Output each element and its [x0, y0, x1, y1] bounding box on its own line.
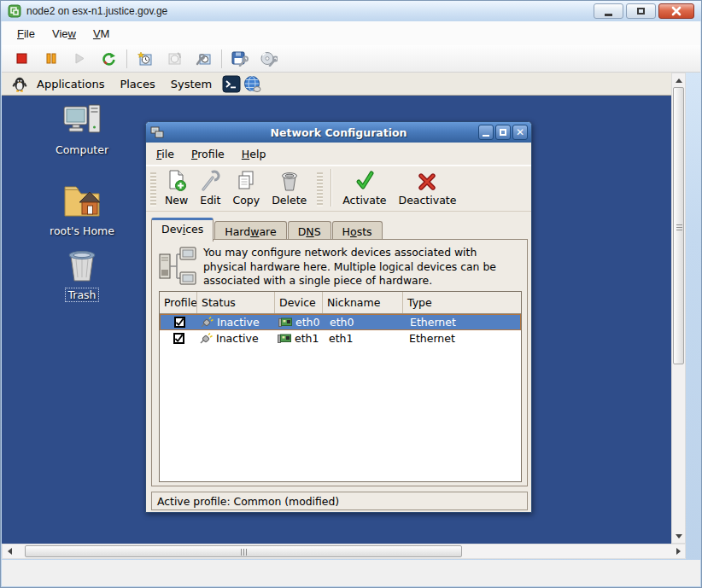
desktop-icon-roots-home[interactable]: root's Home — [46, 182, 118, 237]
profile-checkbox[interactable] — [174, 317, 185, 328]
netconf-menu-file[interactable]: File — [149, 144, 181, 164]
column-header-nickname[interactable]: Nickname — [323, 292, 403, 313]
vmware-toolbar — [2, 45, 700, 73]
check-icon — [175, 317, 184, 327]
desktop-icon-trash[interactable]: Trash — [46, 247, 118, 301]
home-folder-icon — [61, 182, 102, 219]
vmware-menu-file[interactable]: File — [9, 24, 44, 44]
nickname-value: eth1 — [323, 332, 403, 345]
arrow-right-icon — [676, 548, 681, 555]
suspend-button[interactable] — [36, 49, 65, 69]
vmware-console-window: node2 on esx-n1.justice.gov.ge File View… — [0, 0, 702, 588]
thumb-grip — [241, 549, 248, 556]
guest-screen: Applications Places System — [2, 73, 671, 544]
power-on-button[interactable] — [65, 49, 94, 69]
desktop-icon-label: Trash — [66, 288, 97, 301]
device-value: eth1 — [295, 332, 319, 345]
column-header-profile[interactable]: Profile — [160, 292, 197, 313]
delete-button-label: Delete — [272, 194, 307, 207]
desktop: Computer root's Home — [2, 96, 671, 544]
edit-icon — [200, 170, 220, 192]
delete-icon — [279, 170, 300, 192]
new-button[interactable]: New — [159, 168, 194, 208]
revert-snapshot-icon — [167, 51, 183, 67]
vertical-scrollbar[interactable] — [671, 73, 686, 544]
inactive-plug-icon — [200, 333, 213, 344]
reset-icon — [102, 52, 116, 66]
netconf-window-title: Network Configuration — [146, 126, 531, 139]
device-value: eth0 — [295, 316, 319, 329]
desktop-icon-label: Computer — [54, 143, 110, 156]
column-header-status[interactable]: Status — [197, 292, 275, 313]
status-value: Inactive — [216, 332, 259, 345]
distro-menu-icon[interactable] — [10, 75, 29, 93]
manage-floppy-button[interactable] — [225, 49, 254, 69]
vertical-scrollbar-thumb[interactable] — [673, 87, 684, 364]
netconf-tabs: Devices Hardware DNS Hosts — [151, 217, 383, 241]
panel-menu-places[interactable]: Places — [112, 74, 162, 94]
netconf-maximize-button[interactable] — [495, 125, 511, 140]
web-browser-icon[interactable] — [243, 75, 262, 93]
snapshot-manager-button[interactable] — [189, 49, 218, 69]
vmware-titlebar[interactable]: node2 on esx-n1.justice.gov.ge — [1, 1, 701, 21]
vmware-menu-view[interactable]: View — [44, 24, 85, 44]
delete-button[interactable]: Delete — [266, 168, 313, 208]
type-value: Ethernet — [404, 316, 520, 329]
toolbar-separator — [126, 49, 127, 68]
revert-snapshot-button[interactable] — [160, 49, 189, 69]
scroll-right-button[interactable] — [671, 544, 685, 558]
table-row-eth1[interactable]: Inactive eth1 e — [160, 330, 521, 346]
close-button[interactable] — [658, 3, 694, 19]
power-off-icon — [16, 53, 27, 64]
close-icon — [671, 6, 682, 16]
netconf-menubar: File Profile Help — [146, 143, 531, 166]
nickname-value: eth0 — [324, 316, 404, 329]
devices-info-text: You may configure network devices associ… — [203, 246, 516, 288]
netconf-menu-profile[interactable]: Profile — [184, 144, 231, 164]
manage-cd-icon — [260, 51, 278, 67]
vmware-menubar: File View VM — [2, 21, 700, 45]
reset-button[interactable] — [94, 49, 123, 69]
copy-button[interactable]: Copy — [226, 168, 266, 208]
snapshot-manager-icon — [196, 51, 212, 67]
panel-menu-system[interactable]: System — [163, 74, 219, 94]
tab-devices[interactable]: Devices — [151, 218, 214, 242]
take-snapshot-button[interactable] — [131, 49, 160, 69]
maximize-button[interactable] — [626, 3, 656, 19]
edit-button[interactable]: Edit — [194, 168, 226, 208]
new-button-label: New — [165, 194, 188, 207]
table-row-eth0[interactable]: Inactive eth0 e — [160, 314, 521, 330]
ethernet-card-icon — [278, 334, 291, 344]
horizontal-scrollbar[interactable] — [2, 544, 686, 559]
manage-cd-button[interactable] — [254, 49, 284, 69]
scroll-down-button[interactable] — [672, 529, 685, 543]
toolbar-drag-handle[interactable] — [317, 172, 323, 207]
toolbar-drag-handle[interactable] — [150, 172, 156, 207]
take-snapshot-icon — [137, 51, 154, 67]
netconf-menu-help[interactable]: Help — [235, 144, 273, 164]
horizontal-scrollbar-thumb[interactable] — [25, 545, 462, 557]
panel-menu-applications[interactable]: Applications — [29, 74, 112, 94]
arrow-left-icon — [8, 548, 12, 555]
maximize-icon — [500, 129, 506, 136]
netconf-titlebar[interactable]: Network Configuration ✕ — [146, 122, 531, 143]
terminal-icon[interactable] — [222, 75, 241, 93]
vmware-menu-vm[interactable]: VM — [85, 24, 119, 44]
scroll-left-button[interactable] — [3, 544, 16, 558]
netconf-minimize-button[interactable] — [478, 125, 494, 140]
minimize-button[interactable] — [594, 3, 623, 19]
power-off-button[interactable] — [7, 49, 36, 69]
activate-icon — [354, 170, 376, 192]
profile-checkbox[interactable] — [173, 333, 184, 344]
manage-floppy-icon — [231, 51, 249, 67]
netconf-close-button[interactable]: ✕ — [512, 125, 528, 140]
netconf-statusbar: Active profile: Common (modified) — [151, 492, 528, 510]
column-header-type[interactable]: Type — [403, 292, 521, 313]
column-header-device[interactable]: Device — [275, 292, 323, 313]
deactivate-button[interactable]: Deactivate — [393, 168, 463, 208]
desktop-icon-computer[interactable]: Computer — [46, 101, 118, 156]
power-on-icon — [74, 53, 85, 64]
vmware-app-icon — [8, 4, 21, 18]
scroll-up-button[interactable] — [672, 73, 685, 87]
activate-button[interactable]: Activate — [336, 168, 392, 208]
